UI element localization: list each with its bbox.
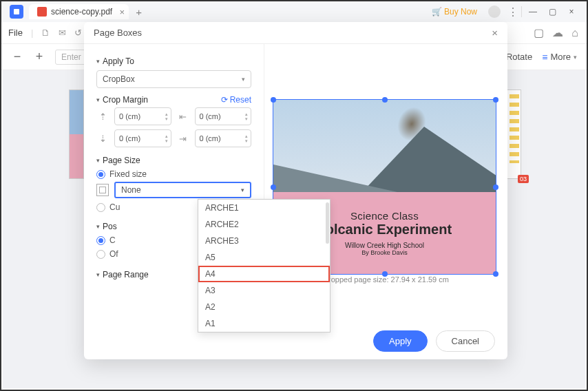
crop-handle[interactable] xyxy=(493,184,498,190)
chevron-down-icon: ▾ xyxy=(241,187,244,193)
chevron-down-icon: ▾ xyxy=(242,76,245,83)
more-label: More xyxy=(550,52,571,62)
size-option[interactable]: ARCHE2 xyxy=(198,216,330,233)
margin-right-icon: ⇥ xyxy=(177,134,189,144)
margin-bottom-icon: ⇣ xyxy=(96,134,109,144)
hamburger-icon: ≡ xyxy=(542,52,547,63)
size-option[interactable]: A2 xyxy=(198,299,330,315)
apply-to-section[interactable]: Apply To xyxy=(96,56,251,66)
margin-left-input[interactable]: 0 (cm)▴▾ xyxy=(195,107,252,125)
page-thumbnail-right xyxy=(506,89,521,179)
offset-label: Of xyxy=(109,249,118,259)
apply-to-value: CropBox xyxy=(103,74,135,84)
radio-checked-icon xyxy=(96,236,105,245)
margin-left-icon: ⇤ xyxy=(177,112,189,122)
zoom-in-button[interactable]: + xyxy=(33,50,45,64)
size-option[interactable]: A3 xyxy=(198,282,330,299)
preview-title1: Science Class xyxy=(350,210,419,222)
reset-button[interactable]: ⟳ Reset xyxy=(221,95,251,105)
cart-icon: 🛒 xyxy=(432,7,442,17)
page-thumbnail-left xyxy=(69,89,84,179)
fixed-size-radio[interactable]: Fixed size xyxy=(96,169,251,179)
buy-now-label: Buy Now xyxy=(444,7,477,17)
new-tab-button[interactable]: + xyxy=(136,6,142,18)
margin-bottom-input[interactable]: 0 (cm)▴▾ xyxy=(114,129,171,147)
dialog-header: Page Boxes × xyxy=(84,22,507,44)
close-window-button[interactable]: × xyxy=(563,3,580,20)
apply-button[interactable]: Apply xyxy=(373,330,428,352)
crop-margin-section[interactable]: Crop Margin xyxy=(96,95,148,105)
maximize-button[interactable]: ▢ xyxy=(544,3,560,20)
page-size-value: None xyxy=(121,185,141,195)
cloud-icon[interactable]: ☁ xyxy=(552,26,563,39)
size-option[interactable]: ARCHE3 xyxy=(198,233,330,249)
margin-right-input[interactable]: 0 (cm)▴▾ xyxy=(195,129,252,147)
preview-sub1: Willow Creek High School xyxy=(345,242,424,249)
open-icon[interactable]: ▢ xyxy=(534,26,544,39)
position-label: Pos xyxy=(103,222,117,231)
user-avatar-icon[interactable] xyxy=(488,6,501,18)
size-option[interactable]: ARCHE1 xyxy=(198,200,330,216)
page-size-label: Page Size xyxy=(103,156,140,165)
radio-empty-icon xyxy=(96,250,105,259)
kebab-icon[interactable]: ⋮ xyxy=(507,6,518,19)
page-range-label: Page Range xyxy=(103,270,149,279)
apply-to-select[interactable]: CropBox ▾ xyxy=(96,70,251,88)
divider xyxy=(521,6,522,17)
scrollbar[interactable] xyxy=(326,202,329,244)
page-number-badge: 03 xyxy=(518,175,529,183)
buy-now-link[interactable]: 🛒 Buy Now xyxy=(432,7,477,17)
document-tab[interactable]: science-copy.pdf × xyxy=(29,4,129,19)
apply-to-label: Apply To xyxy=(103,56,134,66)
preview-sub2: By Brooke Davis xyxy=(361,249,408,256)
cancel-button[interactable]: Cancel xyxy=(436,330,495,352)
page-size-dropdown[interactable]: ARCHE1 ARCHE2 ARCHE3 A5 A4 A3 A2 A1 xyxy=(198,199,330,332)
margin-top-icon: ⇡ xyxy=(96,112,109,122)
dialog-close-button[interactable]: × xyxy=(492,27,498,39)
file-menu[interactable]: File xyxy=(8,28,23,38)
crop-handle[interactable] xyxy=(271,184,276,190)
undo-icon[interactable]: ↺ xyxy=(74,28,82,38)
size-option[interactable]: A5 xyxy=(198,249,330,266)
crop-handle[interactable] xyxy=(493,97,498,103)
size-option-highlighted[interactable]: A4 xyxy=(198,266,330,282)
close-tab-icon[interactable]: × xyxy=(120,7,125,17)
custom-size-label: Cu xyxy=(109,202,120,212)
reset-label: Reset xyxy=(230,95,251,105)
pdf-icon xyxy=(37,7,47,17)
minimize-button[interactable]: — xyxy=(525,3,541,20)
radio-checked-icon xyxy=(96,170,105,179)
dialog-title: Page Boxes xyxy=(94,28,142,38)
tab-title: science-copy.pdf xyxy=(51,7,112,17)
center-label: C xyxy=(109,235,116,245)
refresh-icon: ⟳ xyxy=(221,95,228,105)
size-option[interactable]: A1 xyxy=(198,315,330,332)
zoom-out-button[interactable]: − xyxy=(11,50,23,64)
aspect-ratio-icon xyxy=(96,184,109,196)
crop-handle[interactable] xyxy=(382,97,388,103)
mail-icon[interactable]: ✉ xyxy=(59,28,66,38)
margin-top-input[interactable]: 0 (cm)▴▾ xyxy=(114,107,171,125)
page-size-select[interactable]: None ▾ xyxy=(114,182,251,198)
more-menu[interactable]: ≡ More ▾ xyxy=(542,52,577,63)
rotate-button[interactable]: Rotate xyxy=(506,52,532,62)
home-icon[interactable]: ⌂ xyxy=(571,27,578,39)
title-bar: science-copy.pdf × + 🛒 Buy Now ⋮ — ▢ × xyxy=(1,1,587,22)
crop-handle[interactable] xyxy=(271,97,276,103)
crop-margin-label: Crop Margin xyxy=(103,95,148,105)
preview-title2: Volcanic Experiment xyxy=(317,222,452,237)
page-size-section[interactable]: Page Size xyxy=(96,156,251,165)
fixed-size-label: Fixed size xyxy=(109,169,147,179)
app-logo-icon xyxy=(10,5,23,19)
save-icon[interactable]: 🗋 xyxy=(41,28,50,38)
page-boxes-dialog: Page Boxes × Apply To CropBox ▾ Crop Mar… xyxy=(84,22,507,359)
radio-empty-icon xyxy=(96,203,105,212)
